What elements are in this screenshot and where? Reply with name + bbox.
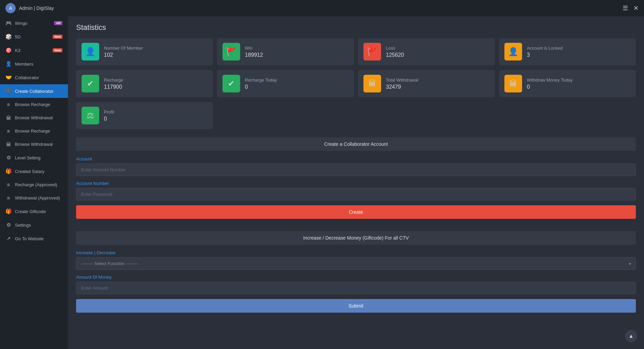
- stat-icon-loss: 🚩: [363, 43, 381, 60]
- account-input[interactable]: [76, 163, 636, 176]
- sidebar-item-members[interactable]: 👤 Members: [0, 57, 68, 71]
- stat-label-total-withdrawal: Total Withdrawal: [386, 77, 418, 83]
- account-group: Account: [76, 156, 636, 176]
- sidebar-icon-browse-recharge-2: ≡: [5, 128, 12, 134]
- sidebar-item-browse-withdrawal-2[interactable]: 🏛 Browse Withdrawal: [0, 138, 68, 151]
- stat-icon-number-of-member: 👤: [82, 43, 99, 60]
- stat-icon-recharge: ✔: [82, 75, 99, 92]
- sidebar-label-withdrawal-approved: Withdrawal (Approved): [15, 195, 60, 200]
- avatar: A: [5, 3, 16, 13]
- sidebar-icon-create-giftcode: 🎁: [5, 208, 12, 214]
- sidebar-icon-5d: 🎲: [5, 34, 12, 40]
- sidebar-icon-browse-withdrawal-1: 🏛: [5, 115, 12, 121]
- sidebar-item-withdrawal-approved[interactable]: ≡ Withdrawal (Approved): [0, 191, 68, 205]
- stat-icon-recharge-today: ✔: [222, 75, 240, 92]
- stat-icon-win: 🚩: [222, 43, 240, 60]
- sidebar-label-collaborator: Collaborator: [15, 75, 39, 80]
- stat-card-withdraw-today: 🏛 Withdraw Money Today 0: [499, 70, 636, 97]
- sidebar-item-created-salary[interactable]: 🎁 Created Salary: [0, 164, 68, 178]
- stat-grid-row3: ⚖ Profit 0: [76, 102, 636, 129]
- sidebar-label-browse-recharge-2: Browse Recharge: [15, 128, 50, 134]
- stat-card-number-of-member: 👤 Number Of Member 102: [76, 38, 213, 65]
- close-icon[interactable]: ✕: [633, 4, 639, 12]
- sidebar-label-5d: 5D: [15, 34, 21, 39]
- stat-label-withdraw-today: Withdraw Money Today: [527, 77, 573, 83]
- sidebar-item-create-giftcode[interactable]: 🎁 Create Giftcode: [0, 205, 68, 218]
- sidebar-label-k3: K3: [15, 48, 20, 53]
- create-collaborator-section: Create a Collaborator Account Account Ac…: [76, 137, 636, 224]
- sidebar-item-browse-recharge-2[interactable]: ≡ Browse Recharge: [0, 124, 68, 138]
- sidebar-icon-created-salary: 🎁: [5, 168, 12, 174]
- sidebar-item-recharge-approved[interactable]: ≡ Recharge (Approved): [0, 178, 68, 191]
- sidebar: 🎮 Wingo VIP🎲 5D New🎯 K3 New👤 Members 🤝 C…: [0, 16, 68, 349]
- sidebar-item-create-collaborator[interactable]: ➕ Create Collaborator: [0, 84, 68, 98]
- statistics-title: Statistics: [76, 23, 636, 32]
- function-select[interactable]: -------- Select Function --------: [76, 257, 636, 270]
- stat-value-total-withdrawal: 32479: [386, 84, 418, 90]
- sidebar-label-created-salary: Created Salary: [15, 169, 44, 174]
- increase-decrease-section: Increase / Decrease Money (Giftcode) For…: [76, 231, 636, 318]
- stat-label-number-of-member: Number Of Member: [104, 46, 143, 51]
- sidebar-icon-level-setting: ⚙: [5, 155, 12, 161]
- sidebar-label-browse-withdrawal-2: Browse Withdrawal: [15, 142, 53, 147]
- sidebar-icon-k3: 🎯: [5, 47, 12, 53]
- create-button[interactable]: Create: [76, 205, 636, 219]
- stat-card-total-withdrawal: 🏛 Total Withdrawal 32479: [358, 70, 495, 97]
- sidebar-item-collaborator[interactable]: 🤝 Collaborator: [0, 71, 68, 84]
- profit-value: 0: [104, 116, 114, 122]
- sidebar-label-create-giftcode: Create Giftcode: [15, 209, 46, 214]
- topbar-title: Admin | DigiSlay: [19, 5, 54, 11]
- sidebar-icon-wingo: 🎮: [5, 20, 12, 26]
- profit-icon: ⚖: [82, 107, 99, 124]
- sidebar-item-wingo[interactable]: 🎮 Wingo VIP: [0, 16, 68, 30]
- stat-value-win: 189912: [245, 52, 263, 58]
- stat-card-profit: ⚖ Profit 0: [76, 102, 213, 129]
- increase-decrease-label: Increase | Decrease: [76, 250, 636, 255]
- sidebar-icon-create-collaborator: ➕: [5, 88, 12, 94]
- sidebar-item-go-to-website[interactable]: ↗ Go To Website: [0, 232, 68, 245]
- increase-decrease-header: Increase / Decrease Money (Giftcode) For…: [76, 231, 636, 245]
- badge-5d: New: [53, 35, 62, 39]
- sidebar-label-browse-recharge-1: Browse Recharge: [15, 102, 50, 107]
- sidebar-icon-recharge-approved: ≡: [5, 182, 12, 188]
- submit-button[interactable]: Submit: [76, 299, 636, 313]
- stat-value-account-locked: 3: [527, 52, 563, 58]
- sidebar-icon-browse-recharge-1: ≡: [5, 102, 12, 107]
- account-number-label: Account Number: [76, 181, 636, 186]
- password-input[interactable]: [76, 188, 636, 200]
- menu-icon[interactable]: ☰: [623, 4, 628, 12]
- sidebar-item-5d[interactable]: 🎲 5D New: [0, 30, 68, 43]
- amount-input[interactable]: [76, 282, 636, 294]
- stat-label-loss: Loss: [386, 46, 404, 51]
- stat-grid-row2: ✔ Recharge 117900 ✔ Recharge Today 0 🏛 T…: [76, 70, 636, 97]
- stat-value-recharge-today: 0: [245, 84, 277, 90]
- sidebar-item-k3[interactable]: 🎯 K3 New: [0, 43, 68, 57]
- sidebar-icon-collaborator: 🤝: [5, 74, 12, 81]
- topbar: A Admin | DigiSlay ☰ ✕: [0, 0, 644, 16]
- main-layout: 🎮 Wingo VIP🎲 5D New🎯 K3 New👤 Members 🤝 C…: [0, 16, 644, 349]
- sidebar-label-create-collaborator: Create Collaborator: [15, 89, 53, 94]
- stat-value-recharge: 117900: [104, 84, 123, 90]
- sidebar-label-wingo: Wingo: [15, 21, 28, 26]
- profit-label: Profit: [104, 109, 114, 115]
- sidebar-item-browse-withdrawal-1[interactable]: 🏛 Browse Withdrawal: [0, 111, 68, 124]
- account-number-group: Account Number: [76, 181, 636, 200]
- sidebar-label-recharge-approved: Recharge (Approved): [15, 182, 57, 187]
- stat-value-loss: 125620: [386, 52, 404, 58]
- stat-label-recharge-today: Recharge Today: [245, 77, 277, 83]
- stat-value-number-of-member: 102: [104, 52, 143, 58]
- sidebar-item-browse-recharge-1[interactable]: ≡ Browse Recharge: [0, 98, 68, 111]
- sidebar-icon-withdrawal-approved: ≡: [5, 195, 12, 201]
- stat-label-account-locked: Account is Locked: [527, 46, 563, 51]
- create-collaborator-body: Account Account Number Create: [76, 151, 636, 224]
- stat-label-win: Win: [245, 46, 263, 51]
- sidebar-item-level-setting[interactable]: ⚙ Level Setting: [0, 151, 68, 164]
- increase-decrease-body: Increase | Decrease -------- Select Func…: [76, 245, 636, 318]
- sidebar-label-level-setting: Level Setting: [15, 155, 40, 160]
- scroll-top-button[interactable]: ▲: [625, 330, 637, 342]
- amount-label: Amount Of Money: [76, 275, 636, 280]
- stat-icon-total-withdrawal: 🏛: [363, 75, 381, 92]
- create-collaborator-header: Create a Collaborator Account: [76, 137, 636, 151]
- sidebar-label-members: Members: [15, 62, 33, 67]
- sidebar-item-settings[interactable]: ⚙ Settings: [0, 218, 68, 232]
